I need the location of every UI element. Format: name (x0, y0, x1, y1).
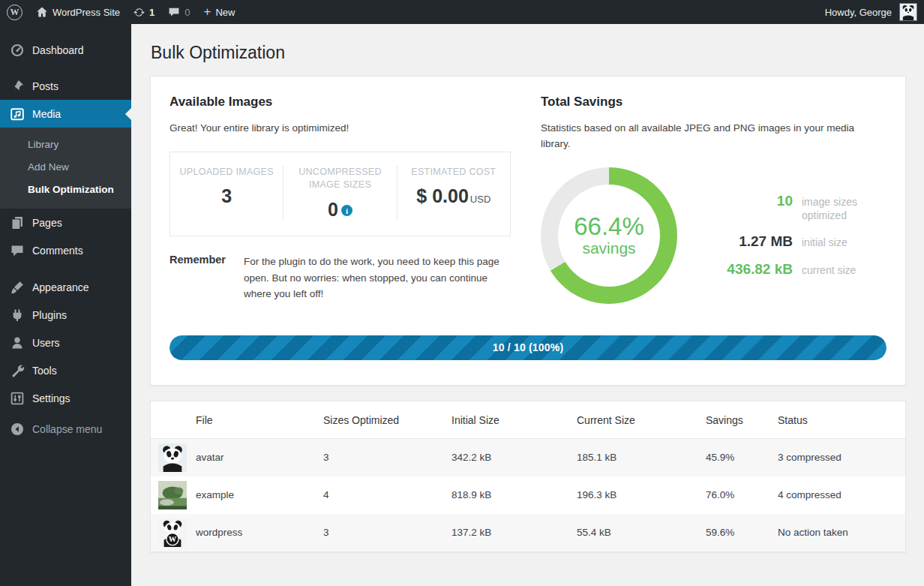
cell-status: 4 compressed (770, 476, 905, 514)
info-icon[interactable]: i (341, 205, 352, 216)
site-name-link[interactable]: WordPress Site (29, 0, 127, 24)
sidebar-subitem-bulk-optimization[interactable]: Bulk Optimization (0, 179, 131, 201)
currency-unit: USD (470, 194, 490, 205)
cell-savings: 59.6% (698, 514, 770, 551)
sidebar-item-users[interactable]: Users (0, 329, 131, 356)
wrench-icon (10, 363, 25, 378)
sidebar-item-label: Media (32, 108, 61, 120)
pin-icon (10, 79, 25, 94)
sidebar-item-media[interactable]: Media (0, 100, 131, 128)
cell-thumbnail (151, 438, 188, 476)
comments-indicator[interactable]: 0 (161, 0, 196, 24)
column-current-size: Current Size (569, 401, 698, 439)
savings-sublabel: savings (582, 239, 635, 257)
sliders-icon (10, 391, 25, 406)
wordpress-logo-button[interactable]: W (0, 0, 29, 24)
total-savings-section: Total Savings Statistics based on all av… (541, 95, 886, 304)
cell-thumbnail: W (151, 514, 188, 551)
sidebar-item-appearance[interactable]: Appearance (0, 273, 131, 301)
bulk-progress-bar: 10 / 10 (100%) (170, 335, 886, 360)
sidebar-subitem-add-new[interactable]: Add New (0, 156, 131, 179)
main-content: Bulk Optimization Available Images Great… (131, 24, 924, 586)
cell-current-size: 55.4 kB (569, 514, 698, 551)
collapse-menu-label: Collapse menu (32, 423, 102, 435)
pages-icon (10, 215, 25, 230)
stat-value: 0i (290, 199, 390, 221)
plus-icon: + (204, 5, 212, 18)
cell-current-size: 196.3 kB (569, 476, 698, 514)
stat-current-size: 436.82 kB current size (704, 261, 880, 278)
sidebar-item-dashboard[interactable]: Dashboard (0, 36, 131, 64)
sidebar-item-label: Pages (32, 217, 62, 229)
account-menu[interactable]: Howdy, George (818, 0, 924, 24)
cell-sizes-optimized: 3 (316, 514, 444, 551)
collapse-menu-button[interactable]: Collapse menu (0, 415, 131, 443)
stat-label: current size (802, 264, 880, 278)
updates-indicator[interactable]: 1 (127, 0, 161, 24)
wordpress-panda-thumbnail: W (158, 518, 187, 547)
column-file: File (188, 401, 316, 439)
user-icon (10, 335, 25, 350)
cell-thumbnail (151, 476, 188, 514)
avatar (899, 3, 917, 21)
comments-bubble-icon (168, 6, 180, 18)
comments-count: 0 (184, 7, 190, 18)
sidebar-item-label: Posts (32, 80, 58, 92)
sidebar-subitem-library[interactable]: Library (0, 134, 131, 156)
progress-label: 10 / 10 (100%) (493, 341, 564, 353)
svg-text:W: W (169, 535, 177, 543)
stat-value: 1.27 MB (704, 233, 793, 250)
total-savings-description: Statistics based on all available JPEG a… (541, 121, 886, 152)
stat-estimated-cost: ESTIMATED COST $ 0.00USD (397, 166, 510, 221)
column-thumbnail (151, 401, 188, 439)
library-optimized-message: Great! Your entire library is optimimize… (170, 121, 511, 137)
column-initial-size: Initial Size (444, 401, 569, 439)
sidebar-item-plugins[interactable]: Plugins (0, 301, 131, 329)
menu-separator (0, 64, 131, 72)
progress-fill: 10 / 10 (100%) (170, 335, 886, 360)
stat-initial-size: 1.27 MB initial size (704, 233, 880, 250)
landscape-thumbnail (158, 481, 187, 509)
updates-icon (134, 7, 145, 18)
cell-initial-size: 342.2 kB (444, 438, 569, 476)
media-icon (10, 107, 25, 122)
image-stats-box: UPLOADED IMAGES 3 UNCOMPRESSED IMAGE SIZ… (170, 152, 511, 236)
sidebar-item-posts[interactable]: Posts (0, 72, 131, 100)
savings-donut-center: 66.4% savings (558, 185, 660, 287)
cell-initial-size: 137.2 kB (444, 514, 569, 551)
cell-sizes-optimized: 4 (316, 476, 444, 514)
stat-label: UPLOADED IMAGES (178, 166, 275, 179)
column-savings: Savings (698, 401, 770, 439)
sidebar-item-tools[interactable]: Tools (0, 356, 131, 384)
cell-status: No action taken (770, 514, 905, 551)
howdy-label: Howdy, George (825, 7, 892, 18)
sidebar-item-label: Tools (32, 365, 57, 377)
comment-icon (10, 243, 25, 258)
remember-note: Remember For the plugin to do the work, … (170, 254, 511, 302)
stat-uploaded-images: UPLOADED IMAGES 3 (170, 166, 283, 221)
stat-value: $ 0.00USD (404, 185, 504, 207)
updates-count: 1 (149, 7, 154, 18)
bulk-optimization-panel: Available Images Great! Your entire libr… (150, 76, 906, 386)
wordpress-logo-icon: W (7, 5, 22, 20)
sidebar-item-label: Appearance (32, 281, 89, 293)
column-status: Status (770, 401, 905, 439)
table-row: avatar 3 342.2 kB 185.1 kB 45.9% 3 compr… (151, 438, 905, 476)
stat-label: UNCOMPRESSED IMAGE SIZES (291, 166, 388, 192)
table-row: W wordpress 3 137.2 kB 55.4 kB 59.6% No … (151, 514, 905, 551)
sidebar-item-comments[interactable]: Comments (0, 236, 131, 264)
cell-sizes-optimized: 3 (316, 438, 444, 476)
dashboard-icon (10, 43, 25, 58)
plug-icon (10, 308, 25, 323)
sidebar-item-pages[interactable]: Pages (0, 209, 131, 236)
sidebar-item-settings[interactable]: Settings (0, 384, 131, 412)
cell-savings: 76.0% (698, 476, 770, 514)
cell-file: example (188, 476, 316, 514)
sidebar-item-label: Comments (32, 245, 83, 257)
stat-label: initial size (802, 236, 880, 250)
available-images-section: Available Images Great! Your entire libr… (170, 95, 511, 304)
new-content-button[interactable]: + New (197, 0, 242, 24)
panda-thumbnail (158, 443, 187, 472)
available-images-heading: Available Images (170, 95, 511, 110)
sidebar-item-label: Plugins (32, 309, 67, 321)
